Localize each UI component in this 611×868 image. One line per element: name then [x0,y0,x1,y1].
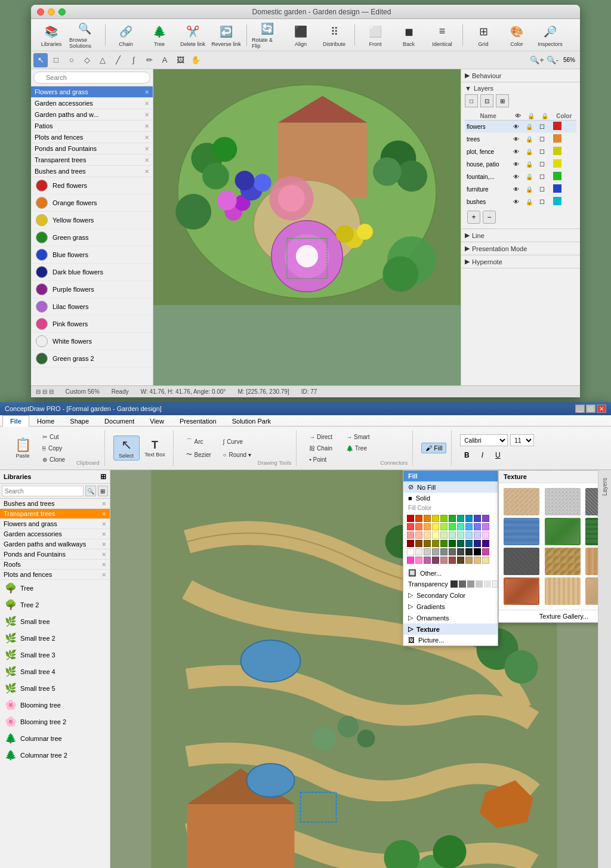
swatch-dark-gray[interactable] [440,548,448,555]
round-tool[interactable]: ○ Round ▾ [219,449,255,461]
layer-row-plot[interactable]: plot, fence 👁 🔒 ☐ [465,146,576,158]
ellipse-tool[interactable]: ○ [64,53,79,67]
tab-presentation[interactable]: Presentation [172,415,224,427]
plant-white-flowers[interactable]: White flowers [31,333,153,350]
font-name-select[interactable]: Calibri [460,434,508,446]
texture-6[interactable] [585,518,598,545]
toolbar-libraries[interactable]: 📚 Libraries [36,21,67,49]
toolbar-identical[interactable]: ≡ Identical [427,21,458,49]
text-tool[interactable]: A [158,53,172,67]
texture-10[interactable] [504,577,539,605]
select-tool[interactable]: ↖ [33,53,48,67]
swatch-olive[interactable] [432,540,439,547]
underline-button[interactable]: U [491,449,504,462]
swatch-dark-blue[interactable] [465,540,473,547]
swatch-brown[interactable] [415,540,422,547]
plant-purple-flowers[interactable]: Purple flowers [31,281,153,298]
plant-green-grass-2[interactable]: Green grass 2 [31,350,153,367]
swatch-peach[interactable] [415,532,422,539]
cat-flowers-grass[interactable]: Flowers and grass ✕ [31,87,153,98]
swatch-rose[interactable] [415,557,422,564]
texture-8[interactable] [545,548,581,575]
connector-chain[interactable]: ⛓ Chain [305,443,341,453]
toolbar-reverse-link[interactable]: ↩️ Reverse link [211,21,242,49]
search-input[interactable] [33,72,150,84]
triangle-tool[interactable]: △ [95,53,110,67]
texture-4[interactable] [504,518,539,545]
swatch-light-green[interactable] [440,532,448,539]
swatch-black[interactable] [474,548,481,555]
connector-smart[interactable]: → Smart [342,432,378,442]
swatch-aqua[interactable] [457,523,464,530]
transp-cell-4[interactable] [476,580,483,588]
swatch-yellow-light[interactable] [432,523,439,530]
texture-11[interactable] [545,577,581,605]
cat-transparent-trees[interactable]: Transparent trees ✕ [31,155,153,166]
lib-item-tree2[interactable]: 🌳 Tree 2 [0,597,110,613]
fill-ornaments[interactable]: ▷ Ornaments [403,612,498,623]
fill-no-fill[interactable]: ⊘ No Fill [403,481,498,493]
plant-yellow-flowers[interactable]: Yellow flowers [31,212,153,229]
cat-close-ponds[interactable]: ✕ [144,146,149,152]
toolbar-color[interactable]: 🎨 Color [501,21,532,49]
swatch-dark-brown[interactable] [424,540,431,547]
swatch-orange-light[interactable] [415,523,422,530]
swatch-dark-green[interactable] [449,540,456,547]
texture-2[interactable] [545,488,581,515]
swatch-dark-purple[interactable] [482,540,489,547]
swatch-dark-teal[interactable] [457,540,464,547]
texture-5[interactable] [545,518,581,545]
swatch-charcoal[interactable] [457,548,464,555]
cut-button[interactable]: ✂ Cut [38,432,74,442]
swatch-teal[interactable] [457,515,464,522]
add-layer-button[interactable]: + [467,211,480,224]
toolbar-front[interactable]: ⬜ Front [360,21,391,49]
swatch-brick[interactable] [449,557,456,564]
lib-cat-x-roofs[interactable]: ✕ [101,561,106,568]
font-size-select[interactable]: 11 [510,434,534,446]
remove-layer-button[interactable]: − [483,211,496,224]
transp-cell-5[interactable] [484,580,491,588]
swatch-very-dark[interactable] [465,548,473,555]
transp-cell-3[interactable] [467,580,474,588]
tab-shape[interactable]: Shape [62,415,97,427]
image-tool[interactable]: 🖼 [173,53,187,67]
toolbar-browse-solutions[interactable]: 🔍 Browse Solutions [69,21,100,49]
lib-cat-x-paths[interactable]: ✕ [101,541,106,548]
swatch-tan[interactable] [465,557,473,564]
plant-orange-flowers[interactable]: Orange flowers [31,194,153,212]
lib-cat-x-accessories[interactable]: ✕ [101,531,106,538]
lib-item-columnar-tree2[interactable]: 🌲 Columnar tree 2 [0,747,110,764]
swatch-chocolate[interactable] [457,557,464,564]
arc-tool[interactable]: ⌒ Arc [182,435,218,447]
bottom-canvas[interactable]: Fill ⊘ No Fill ■ Solid Fill Color [110,470,598,868]
lib-cat-x-plots[interactable]: ✕ [101,572,106,578]
cat-patios[interactable]: Patios ✕ [31,121,153,132]
swatch-orange[interactable] [424,515,431,522]
toolbar-grid[interactable]: ⊞ Grid [468,21,499,49]
italic-button[interactable]: I [476,449,489,462]
toolbar-chain[interactable]: 🔗 Chain [110,21,141,49]
layer-row-flowers[interactable]: flowers 👁 🔒 ☐ [465,121,576,133]
toolbar-rotate-flip[interactable]: 🔄 Rotate & Flip [252,21,283,49]
swatch-mauve[interactable] [424,557,431,564]
lib-search-input[interactable] [2,486,84,496]
swatch-light-teal[interactable] [457,532,464,539]
win-close[interactable]: ✕ [597,404,606,413]
cat-close-flowers[interactable]: ✕ [144,89,149,95]
lib-item-small-tree3[interactable]: 🌿 Small tree 3 [0,647,110,663]
lib-cat-roofs[interactable]: Roofs ✕ [0,560,110,570]
curve-tool-ribbon[interactable]: ∫ Curve [219,435,255,447]
swatch-navy[interactable] [474,540,481,547]
swatch-blue[interactable] [465,515,473,522]
cat-close-patios[interactable]: ✕ [144,123,149,129]
lib-item-columnar-tree[interactable]: 🌲 Columnar tree [0,730,110,747]
plant-blue-flowers[interactable]: Blue flowers [31,246,153,264]
fill-texture[interactable]: ▷ Texture [403,623,498,635]
swatch-lavender[interactable] [482,523,489,530]
texture-3[interactable] [585,488,598,515]
swatch-yellow[interactable] [432,515,439,522]
rectangle-tool[interactable]: □ [49,53,63,67]
swatch-orange-yellow[interactable] [424,523,431,530]
texture-12[interactable] [585,577,598,605]
